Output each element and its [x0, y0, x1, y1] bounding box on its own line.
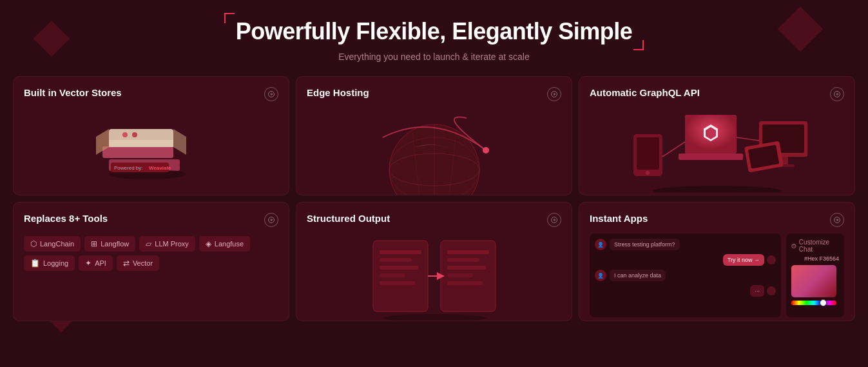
svg-rect-50 [447, 258, 479, 262]
svg-point-5 [122, 132, 128, 137]
svg-rect-4 [109, 140, 173, 147]
hero-title: Powerfully Flexible, Elegantly Simple [236, 18, 633, 45]
chat-avatar-4 [767, 286, 776, 295]
chat-avatar-1: 👤 [595, 239, 606, 250]
svg-rect-47 [380, 281, 415, 285]
chat-message-1: 👤 Stress testing platform? [595, 239, 776, 250]
tools-list: ⬡ LangChain ⊞ Langflow ▱ LLM Proxy ◈ Lan… [24, 236, 278, 271]
api-icon: ✦ [85, 259, 92, 268]
card-arrow-vector[interactable] [264, 87, 278, 101]
svg-line-38 [737, 137, 759, 141]
svg-text:Powered by:: Powered by: [114, 165, 142, 171]
chat-bubble-3: I can analyze data [610, 270, 666, 281]
card-graphql-api[interactable]: Automatic GraphQL API [579, 76, 855, 195]
card-arrow-edge[interactable] [547, 87, 561, 101]
hero-subtitle: Everything you need to launch & iterate … [0, 52, 868, 62]
card-edge-hosting[interactable]: Edge Hosting [296, 76, 572, 195]
card-arrow-structured[interactable] [547, 213, 561, 227]
svg-rect-44 [380, 258, 412, 262]
color-hue-bar [791, 301, 836, 305]
svg-point-6 [132, 132, 137, 137]
svg-rect-2 [102, 146, 173, 158]
chat-preview: 👤 Stress testing platform? Try it now → … [590, 233, 781, 317]
structured-output-illustration [360, 224, 508, 321]
color-gradient-swatch [791, 265, 836, 297]
card-title-edge: Edge Hosting [307, 87, 369, 98]
card-instant-apps[interactable]: Instant Apps 👤 Stress testing platform? … [579, 202, 855, 321]
chat-message-2: Try it now → [595, 254, 776, 266]
svg-rect-46 [380, 273, 405, 277]
tool-llmproxy: ▱ LLM Proxy [139, 236, 195, 252]
card-header: Built in Vector Stores [24, 87, 278, 101]
chat-avatar-2 [767, 255, 776, 264]
svg-rect-53 [447, 281, 483, 285]
card-arrow-instant[interactable] [830, 213, 844, 227]
card-header: Instant Apps [590, 213, 844, 227]
svg-rect-29 [637, 137, 659, 170]
card-structured-output[interactable]: Structured Output [296, 202, 572, 321]
svg-rect-27 [679, 154, 743, 160]
instant-apps-preview: 👤 Stress testing platform? Try it now → … [590, 233, 844, 317]
svg-point-30 [646, 171, 650, 175]
card-title-tools: Replaces 8+ Tools [24, 213, 108, 224]
globe-illustration [363, 99, 505, 195]
card-title-instant: Instant Apps [590, 213, 648, 224]
langchain-icon: ⬡ [30, 239, 37, 248]
card-replaces-tools[interactable]: Replaces 8+ Tools ⬡ LangChain ⊞ Langflow… [13, 202, 289, 321]
svg-point-54 [383, 314, 486, 321]
tool-logging: 📋 Logging [24, 255, 75, 271]
tool-langfuse: ◈ Langfuse [199, 236, 250, 252]
card-vector-stores[interactable]: Built in Vector Stores [13, 76, 289, 195]
svg-point-39 [653, 186, 782, 192]
hero-section: Powerfully Flexible, Elegantly Simple Ev… [0, 0, 868, 76]
svg-rect-43 [380, 250, 421, 254]
card-arrow-graphql[interactable] [830, 87, 844, 101]
chat-bubble-4: ··· [750, 285, 764, 297]
svg-rect-52 [447, 273, 473, 277]
graphql-illustration [621, 95, 814, 195]
card-header: Replaces 8+ Tools [24, 213, 278, 227]
langfuse-icon: ◈ [206, 239, 211, 248]
chat-avatar-3: 👤 [595, 270, 606, 281]
svg-rect-45 [380, 266, 418, 270]
svg-marker-8 [173, 129, 186, 155]
svg-text:Weaviate: Weaviate [149, 165, 171, 171]
logging-icon: 📋 [30, 259, 40, 268]
chat-bubble-2: Try it now → [723, 254, 764, 266]
llmproxy-icon: ▱ [146, 239, 151, 248]
tool-vector: ⇄ Vector [117, 255, 159, 271]
card-arrow-tools[interactable] [264, 213, 278, 227]
card-title-structured: Structured Output [307, 213, 390, 224]
vector-icon: ⇄ [123, 259, 130, 268]
card-title-vector: Built in Vector Stores [24, 87, 122, 98]
features-grid: Built in Vector Stores [0, 76, 868, 321]
svg-point-21 [483, 147, 489, 154]
tool-api: ✦ API [79, 255, 113, 271]
customize-chat-label: Customize Chat [791, 239, 839, 253]
tool-langchain: ⬡ LangChain [24, 236, 81, 252]
vector-illustration: Powered by: Weaviate [73, 104, 215, 188]
chat-bubble-1: Stress testing platform? [610, 239, 680, 250]
chat-message-3: 👤 I can analyze data [595, 270, 776, 281]
chat-message-4: ··· [595, 285, 776, 297]
svg-rect-51 [447, 266, 486, 270]
color-picker-preview: Customize Chat #Hex F36564 [786, 233, 844, 317]
hue-indicator [820, 299, 827, 306]
tool-langflow: ⊞ Langflow [84, 236, 135, 252]
langflow-icon: ⊞ [91, 239, 97, 248]
color-hex-label: #Hex F36564 [791, 255, 839, 262]
svg-rect-49 [447, 250, 489, 254]
